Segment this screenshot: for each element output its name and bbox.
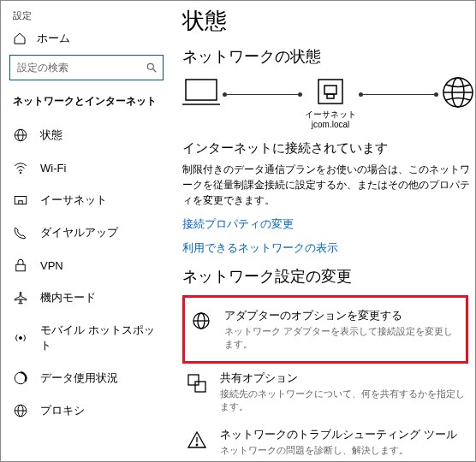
pc-node bbox=[182, 76, 220, 131]
ethernet-caption: イーサネット jcom.local bbox=[305, 110, 356, 130]
svg-point-5 bbox=[20, 172, 21, 174]
page-title: 状態 bbox=[182, 6, 475, 36]
dialup-icon bbox=[13, 225, 28, 240]
troubleshoot-row[interactable]: ネットワークのトラブルシューティング ツール ネットワークの問題を診断し、解決し… bbox=[182, 420, 475, 461]
main-content: 状態 ネットワークの状態 イーサネット bbox=[172, 1, 475, 461]
vpn-icon bbox=[13, 258, 28, 273]
svg-line-1 bbox=[153, 69, 157, 73]
adapter-options-row[interactable]: アダプターのオプションを変更する ネットワーク アダプターを表示して接続設定を変… bbox=[187, 301, 464, 358]
globe-icon bbox=[13, 127, 28, 143]
svg-rect-7 bbox=[19, 201, 23, 204]
option-title: ネットワークのトラブルシューティング ツール bbox=[220, 427, 472, 442]
sidebar-item-label: 機内モード bbox=[40, 290, 96, 305]
home-button[interactable]: ホーム bbox=[1, 27, 172, 55]
home-label: ホーム bbox=[37, 31, 70, 46]
sharing-options-row[interactable]: 共有オプション 接続先のネットワークについて、何を共有するかを指定します。 bbox=[182, 364, 475, 420]
troubleshoot-icon bbox=[186, 429, 208, 451]
svg-rect-6 bbox=[15, 197, 27, 204]
svg-point-0 bbox=[147, 63, 153, 69]
sidebar-item-label: ダイヤルアップ bbox=[40, 225, 118, 240]
sidebar-item-label: データ使用状況 bbox=[40, 370, 118, 386]
ethernet-port-icon bbox=[316, 77, 345, 106]
option-desc: ネットワーク アダプターを表示して接続設定を変更します。 bbox=[224, 325, 461, 351]
internet-node bbox=[441, 75, 475, 132]
svg-rect-14 bbox=[186, 80, 217, 100]
sidebar-item-wifi[interactable]: Wi-Fi bbox=[1, 151, 172, 184]
sidebar-item-airplane[interactable]: 機内モード bbox=[1, 281, 172, 314]
sidebar-item-proxy[interactable]: プロキシ bbox=[1, 394, 172, 427]
sidebar-item-label: VPN bbox=[40, 259, 63, 272]
hotspot-icon bbox=[13, 330, 28, 346]
search-icon bbox=[146, 62, 158, 74]
svg-point-28 bbox=[196, 444, 198, 446]
search-box[interactable] bbox=[9, 55, 164, 80]
ethernet-icon bbox=[13, 192, 28, 208]
sidebar-item-label: モバイル ホットスポット bbox=[40, 323, 160, 353]
pc-icon bbox=[182, 76, 220, 109]
settings-label: 設定 bbox=[1, 9, 172, 27]
section-network-state: ネットワークの状態 bbox=[182, 46, 475, 67]
svg-rect-18 bbox=[327, 94, 334, 98]
data-usage-icon bbox=[13, 370, 28, 386]
sidebar-item-label: 状態 bbox=[40, 127, 62, 143]
svg-point-9 bbox=[20, 337, 22, 340]
sidebar-item-hotspot[interactable]: モバイル ホットスポット bbox=[1, 314, 172, 362]
search-input[interactable] bbox=[17, 62, 146, 74]
airplane-icon bbox=[13, 290, 28, 305]
globe-large-icon bbox=[441, 75, 475, 110]
option-title: アダプターのオプションを変更する bbox=[224, 308, 461, 323]
metered-description: 制限付きのデータ通信プランをお使いの場合は、このネットワークを従量制課金接続に設… bbox=[182, 162, 475, 208]
category-label: ネットワークとインターネット bbox=[1, 92, 172, 119]
proxy-icon bbox=[13, 403, 28, 418]
wifi-icon bbox=[13, 160, 28, 175]
highlighted-option: アダプターのオプションを変更する ネットワーク アダプターを表示して接続設定を変… bbox=[182, 295, 468, 364]
connection-line bbox=[361, 94, 436, 95]
change-connection-properties-link[interactable]: 接続プロパティの変更 bbox=[182, 216, 475, 232]
home-icon bbox=[13, 32, 27, 45]
sidebar-item-label: Wi-Fi bbox=[40, 162, 66, 175]
sidebar-item-label: プロキシ bbox=[40, 403, 85, 418]
option-desc: ネットワークの問題を診断し、解決します。 bbox=[220, 444, 472, 457]
option-desc: 接続先のネットワークについて、何を共有するかを指定します。 bbox=[220, 388, 472, 413]
settings-sidebar: 設定 ホーム ネットワークとインターネット bbox=[1, 1, 172, 461]
sidebar-item-status[interactable]: 状態 bbox=[1, 119, 172, 151]
sidebar-item-label: イーサネット bbox=[40, 192, 107, 208]
connection-line bbox=[225, 94, 300, 95]
sidebar-item-dialup[interactable]: ダイヤルアップ bbox=[1, 216, 172, 249]
show-available-networks-link[interactable]: 利用できるネットワークの表示 bbox=[182, 240, 475, 256]
sidebar-item-ethernet[interactable]: イーサネット bbox=[1, 184, 172, 216]
adapter-icon bbox=[190, 310, 212, 332]
network-diagram: イーサネット jcom.local bbox=[182, 75, 475, 132]
option-title: 共有オプション bbox=[220, 370, 472, 386]
svg-rect-16 bbox=[318, 80, 342, 104]
section-change-settings: ネットワーク設定の変更 bbox=[182, 266, 475, 287]
connection-status: インターネットに接続されています bbox=[182, 140, 475, 157]
svg-rect-26 bbox=[195, 382, 205, 392]
svg-rect-17 bbox=[324, 86, 336, 94]
sharing-icon bbox=[186, 372, 208, 394]
sidebar-item-datausage[interactable]: データ使用状況 bbox=[1, 362, 172, 394]
svg-rect-8 bbox=[16, 264, 26, 271]
ethernet-node: イーサネット jcom.local bbox=[305, 77, 356, 130]
svg-rect-25 bbox=[188, 375, 199, 385]
sidebar-item-vpn[interactable]: VPN bbox=[1, 249, 172, 281]
